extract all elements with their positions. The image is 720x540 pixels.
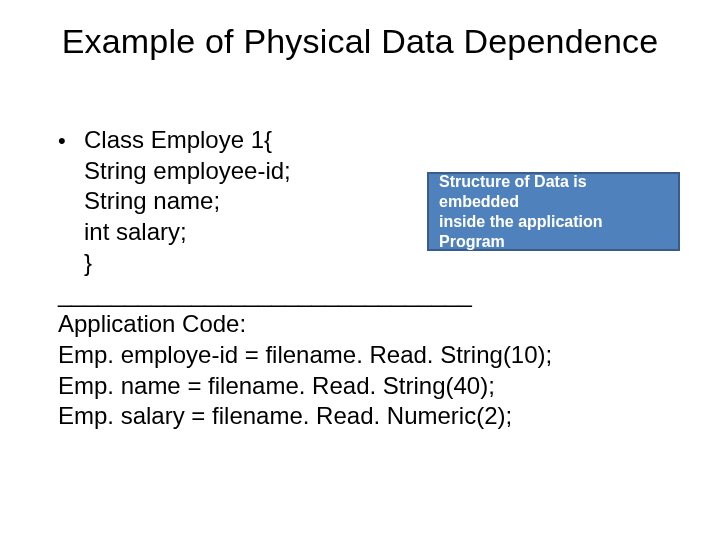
divider-line: _______________________________: [58, 279, 658, 310]
slide: Example of Physical Data Dependence • Cl…: [0, 0, 720, 540]
callout-text: inside the application Program: [439, 212, 668, 252]
app-code-line: Emp. salary = filename. Read. Numeric(2)…: [58, 401, 658, 432]
slide-title: Example of Physical Data Dependence: [0, 22, 720, 61]
callout-text: Structure of Data is embedded: [439, 172, 668, 212]
app-code-line: Emp. name = filename. Read. String(40);: [58, 371, 658, 402]
callout-box: Structure of Data is embedded inside the…: [427, 172, 680, 251]
code-line: }: [84, 248, 658, 279]
app-code-heading: Application Code:: [58, 309, 658, 340]
bullet-marker: •: [58, 125, 84, 279]
code-line: Class Employe 1{: [84, 125, 658, 156]
app-code-line: Emp. employe-id = filename. Read. String…: [58, 340, 658, 371]
